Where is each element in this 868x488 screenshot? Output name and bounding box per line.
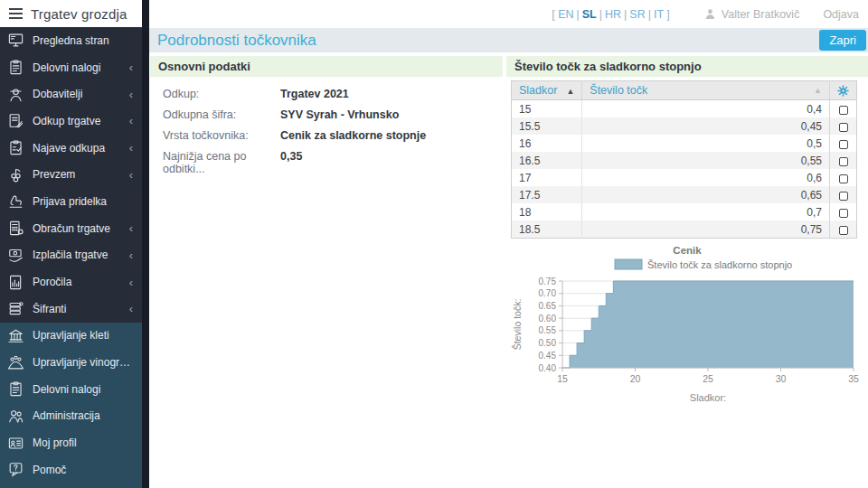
table-settings-button[interactable]: [830, 81, 857, 100]
sidebar-item-poro-ila[interactable]: Poročila‹: [0, 268, 142, 296]
chevron-left-icon: ‹: [129, 168, 135, 182]
language-link-en[interactable]: EN: [558, 8, 573, 21]
row-checkbox[interactable]: [839, 157, 848, 166]
column-header-stevilo-tock[interactable]: Število točk▲: [582, 81, 830, 100]
sidebar-item-moj-profil[interactable]: Moj profil: [0, 429, 142, 456]
row-checkbox[interactable]: [839, 174, 848, 183]
sidebar-item-label: Šifranti: [33, 303, 121, 315]
field-value: Cenik za sladkorne stopnje: [280, 129, 426, 142]
table-header-row: Sladkor▲ Število točk▲: [512, 81, 857, 100]
field-label: Odkupna šifra:: [163, 108, 280, 121]
x-tick-label: 30: [776, 373, 787, 384]
sidebar-item-prijava-pridelka[interactable]: Prijava pridelka: [0, 188, 142, 215]
sidebar-item-dobavitelji[interactable]: Dobavitelji‹: [0, 80, 142, 108]
sidebar-item-label: Moj profil: [33, 436, 135, 449]
chart-title: Cenik: [506, 245, 868, 256]
language-link-it[interactable]: IT: [654, 8, 664, 21]
page-header-bar: Podrobnosti točkovnika Zapri: [149, 28, 868, 52]
cell-sladkor: 17: [512, 169, 582, 186]
row-checkbox[interactable]: [839, 226, 848, 235]
sidebar-item-label: Prijava pridelka: [33, 195, 135, 208]
sidebar-item-upravljanje-vinogradov[interactable]: Upravljanje vinogradov: [0, 349, 142, 376]
user-menu[interactable]: Valter Bratkovič: [704, 8, 800, 21]
app-root: Trgatev grozdja Pregledna stranDelovni n…: [0, 0, 868, 488]
menu-toggle-icon[interactable]: [9, 8, 23, 19]
row-checkbox[interactable]: [839, 140, 848, 149]
row-checkbox[interactable]: [839, 123, 848, 132]
table-row[interactable]: 160,5: [512, 135, 857, 152]
y-tick-label: 0.45: [539, 351, 557, 361]
field-row: Vrsta točkovnika:Cenik za sladkorne stop…: [163, 129, 490, 142]
language-link-sl[interactable]: SL: [582, 8, 597, 21]
sidebar-item-delovni-nalogi[interactable]: Delovni nalogi: [0, 376, 142, 403]
table-row[interactable]: 16.50,55: [512, 152, 857, 169]
sidebar-item-administracija[interactable]: Administracija: [0, 403, 142, 430]
app-title: Trgatev grozdja: [31, 6, 127, 22]
basic-data-fields: Odkup:Trgatev 2021Odkupna šifra:SYV Syra…: [150, 77, 503, 194]
y-tick-label: 0.75: [539, 277, 557, 286]
topbar: [ EN|SL|HR|SR|IT ] Valter Bratkovič Odja…: [149, 0, 868, 28]
sidebar-item-pomo-[interactable]: Pomoč: [0, 456, 142, 483]
cell-select: [830, 169, 857, 186]
cell-sladkor: 18.5: [512, 221, 582, 239]
field-label: Vrsta točkovnika:: [163, 129, 280, 142]
cell-stevilo-tock: 0,65: [582, 186, 830, 203]
sidebar-item-upravljanje-kleti[interactable]: Upravljanje kleti: [0, 323, 142, 350]
table-row[interactable]: 17.50,65: [512, 186, 857, 203]
chevron-left-icon: ‹: [129, 302, 135, 315]
cell-stevilo-tock: 0,4: [582, 100, 830, 118]
language-link-sr[interactable]: SR: [629, 8, 645, 21]
sidebar-item-label: Dobavitelji: [33, 88, 121, 100]
sidebar-header: Trgatev grozdja: [0, 0, 142, 27]
table-row[interactable]: 18.50,75: [512, 221, 857, 239]
row-checkbox[interactable]: [839, 192, 848, 201]
sidebar-item-odkup-trgatve[interactable]: Odkup trgatve‹: [0, 108, 142, 135]
user-icon: [704, 8, 716, 20]
table-row[interactable]: 150,4: [512, 100, 857, 118]
cell-sladkor: 15.5: [512, 117, 582, 135]
profile-icon: [7, 435, 24, 452]
y-tick-label: 0.70: [539, 288, 557, 298]
sidebar-item-label: Pomoč: [33, 464, 135, 476]
sidebar-item-delovni-nalogi[interactable]: Delovni nalogi‹: [0, 54, 142, 81]
table-row[interactable]: 180,7: [512, 203, 857, 221]
field-row: Najnižja cena po odbitki...0,35: [163, 150, 490, 175]
page-title: Podrobnosti točkovnika: [157, 32, 316, 50]
cell-select: [830, 117, 857, 135]
close-button[interactable]: Zapri: [819, 30, 866, 51]
field-value: 0,35: [280, 150, 302, 175]
cell-select: [830, 152, 857, 169]
sort-inactive-icon: ▲: [814, 86, 822, 95]
sidebar-item-prevzem[interactable]: Prevzem‹: [0, 161, 142, 188]
separator: |: [599, 8, 602, 21]
points-table: Sladkor▲ Število točk▲: [511, 80, 857, 239]
grapes-icon: [7, 166, 24, 183]
y-tick-label: 0.65: [539, 301, 557, 311]
sidebar-item-label: Administracija: [33, 409, 135, 422]
chevron-left-icon: ‹: [129, 276, 135, 289]
sidebar-item--ifranti[interactable]: Šifranti‹: [0, 296, 142, 323]
legend-label: Število točk za sladkorno stopnjo: [647, 259, 792, 270]
basic-data-panel: Osnovni podatki Odkup:Trgatev 2021Odkupn…: [150, 56, 503, 488]
row-checkbox[interactable]: [839, 106, 848, 115]
logout-link[interactable]: Odjava: [823, 8, 859, 21]
language-link-hr[interactable]: HR: [605, 8, 621, 21]
sidebar-scrollbar[interactable]: [142, 0, 149, 488]
payments-icon: [7, 247, 24, 264]
sidebar-item-pregledna-stran[interactable]: Pregledna stran: [0, 27, 142, 54]
sidebar-item-izpla-ila-trgatve[interactable]: Izplačila trgatve‹: [0, 242, 142, 269]
sidebar-item-najave-odkupa[interactable]: Najave odkupa‹: [0, 135, 142, 162]
y-tick-label: 0.55: [539, 326, 557, 336]
sidebar-item-label: Najave odkupa: [33, 142, 121, 155]
table-row[interactable]: 15.50,45: [512, 117, 857, 135]
field-value: Trgatev 2021: [280, 88, 349, 100]
sidebar-item-obra-un-trgatve[interactable]: Obračun trgatve‹: [0, 215, 142, 242]
cell-sladkor: 17.5: [512, 186, 582, 203]
cell-select: [830, 221, 857, 239]
row-checkbox[interactable]: [839, 209, 848, 218]
sidebar-item-partial[interactable]: [0, 483, 142, 488]
field-row: Odkupna šifra:SYV Syrah - Vrhunsko: [163, 108, 490, 121]
table-row[interactable]: 170,6: [512, 169, 857, 186]
cell-sladkor: 16.5: [512, 152, 582, 169]
column-header-sladkor[interactable]: Sladkor▲: [512, 81, 582, 100]
